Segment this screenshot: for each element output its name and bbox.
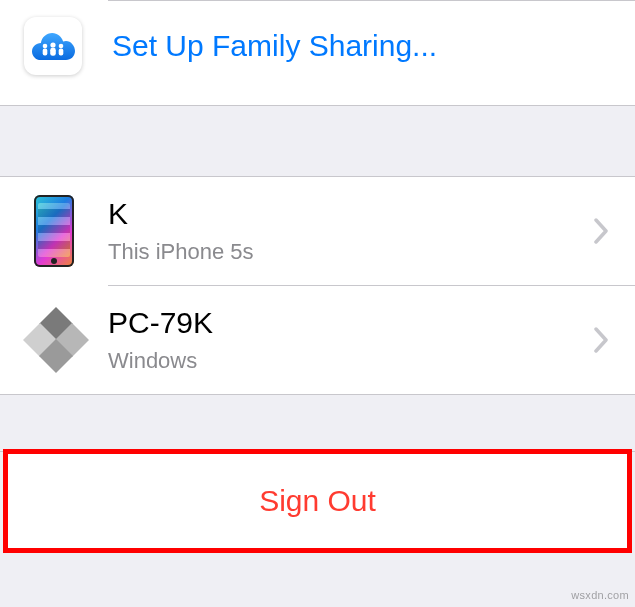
svg-rect-5: [59, 49, 64, 56]
family-sharing-row[interactable]: Set Up Family Sharing...: [0, 1, 635, 105]
svg-rect-1: [43, 49, 48, 56]
sign-out-label: Sign Out: [259, 484, 376, 517]
device-subtitle: Windows: [108, 348, 585, 374]
watermark: wsxdn.com: [571, 589, 629, 601]
sign-out-section: Sign Out: [4, 452, 631, 552]
device-row-this-iphone[interactable]: K This iPhone 5s: [0, 177, 635, 285]
family-sharing-label: Set Up Family Sharing...: [112, 29, 437, 63]
svg-point-0: [43, 44, 48, 49]
device-row-windows-pc[interactable]: PC-79K Windows: [0, 286, 635, 394]
device-title: PC-79K: [108, 306, 585, 341]
device-text: PC-79K Windows: [108, 306, 585, 375]
svg-rect-3: [50, 48, 56, 56]
section-gap: [0, 395, 635, 451]
family-sharing-icon: [24, 17, 82, 75]
section-gap: [0, 106, 635, 176]
chevron-right-icon: [585, 218, 617, 244]
sign-out-button[interactable]: Sign Out: [4, 452, 631, 552]
svg-point-4: [59, 44, 64, 49]
chevron-right-icon: [585, 327, 617, 353]
devices-section: K This iPhone 5s PC-79K Windows: [0, 177, 635, 394]
family-sharing-section: Set Up Family Sharing...: [0, 0, 635, 105]
device-title: K: [108, 197, 585, 232]
svg-point-2: [50, 42, 55, 47]
iphone-icon: [24, 195, 84, 267]
device-subtitle: This iPhone 5s: [108, 239, 585, 265]
bootcamp-icon: [24, 304, 84, 376]
device-text: K This iPhone 5s: [108, 197, 585, 266]
